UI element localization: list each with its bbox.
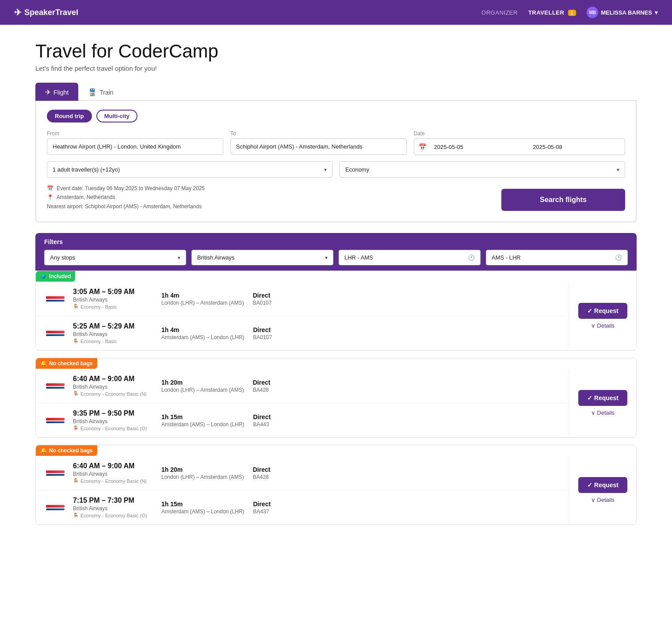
seat-icon: 🪑 xyxy=(73,338,79,344)
flight-row: 7:15 PM – 7:30 PM British Airways 🪑 Econ… xyxy=(36,490,569,524)
details-button[interactable]: ∨ Details xyxy=(591,497,615,503)
result-card-side: ✓ Request ∨ Details xyxy=(569,456,636,524)
clock-icon: 🕐 xyxy=(615,254,622,261)
inbound-time-filter[interactable]: AMS - LHR 🕐 xyxy=(486,250,628,265)
flight-times: 5:25 AM – 5:29 AM British Airways 🪑 Econ… xyxy=(73,322,153,344)
nav-organizer[interactable]: ORGANIZER xyxy=(481,9,518,16)
date-field-group: Date 📅 2025-05-05 2025-05-08 xyxy=(414,130,626,155)
from-input[interactable] xyxy=(47,138,223,155)
round-trip-button[interactable]: Round trip xyxy=(47,110,92,122)
date-label: Date xyxy=(414,130,626,137)
flight-number: BA0107 xyxy=(253,334,297,340)
cabin-select[interactable]: Economy ▾ xyxy=(340,161,625,178)
airline-logo xyxy=(45,413,66,428)
ba-logo xyxy=(46,418,65,423)
flight-time: 6:40 AM – 9:00 AM xyxy=(73,462,153,470)
travel-tabs: ✈ Flight 🚆 Train xyxy=(35,83,637,101)
details-button[interactable]: ∨ Details xyxy=(591,322,615,329)
flight-number: BA443 xyxy=(253,421,297,428)
nearest-airport: Nearest airport: Schiphol Airport (AMS) … xyxy=(47,202,205,211)
request-button[interactable]: ✓ Request xyxy=(578,390,627,406)
train-icon: 🚆 xyxy=(88,88,97,96)
event-info: 📅 Event date: Tuesday 06 May 2025 to Wed… xyxy=(47,184,205,211)
ba-logo xyxy=(46,331,65,336)
flight-number: BA428 xyxy=(253,474,297,480)
result-card-side: ✓ Request ∨ Details xyxy=(569,369,636,437)
navbar: ✈ SpeakerTravel ORGANIZER TRAVELLER 1 MB… xyxy=(0,0,672,25)
duration-value: 1h 15m xyxy=(161,413,244,420)
ba-logo xyxy=(46,505,65,510)
flight-airline: British Airways xyxy=(73,297,153,303)
results-list: 🧳 Included 3:05 AM – 5:09 AM British Air… xyxy=(35,271,637,525)
direct-label: Direct xyxy=(253,413,297,420)
chevron-down-icon: ▾ xyxy=(655,9,658,16)
nav-user[interactable]: MB MELISSA BARNES ▾ xyxy=(587,7,658,18)
chevron-down-icon: ▾ xyxy=(617,167,619,173)
multi-city-button[interactable]: Multi-city xyxy=(96,110,137,122)
bottom-row: 📅 Event date: Tuesday 06 May 2025 to Wed… xyxy=(47,184,625,211)
logo-text: SpeakerTravel xyxy=(24,8,78,17)
to-input[interactable] xyxy=(230,138,407,155)
stops-value: Any stops xyxy=(50,254,75,261)
logo[interactable]: ✈ SpeakerTravel xyxy=(14,7,78,18)
ba-stripe-red xyxy=(46,331,65,333)
request-button[interactable]: ✓ Request xyxy=(578,303,627,319)
direct-label: Direct xyxy=(253,501,297,508)
result-card-side: ✓ Request ∨ Details xyxy=(569,282,636,350)
ba-stripe-red xyxy=(46,296,65,299)
stops-filter[interactable]: Any stops ▾ xyxy=(44,250,186,265)
passengers-select[interactable]: 1 adult traveller(s) (+12yo) ▾ xyxy=(47,161,332,178)
from-label: From xyxy=(47,130,223,137)
ba-logo xyxy=(46,470,65,476)
flight-class: 🪑 Economy - Economy Basic (N) xyxy=(73,391,153,397)
seat-icon: 🪑 xyxy=(73,512,79,518)
flight-direct: Direct BA428 xyxy=(244,379,297,393)
airline-filter[interactable]: British Airways ▾ xyxy=(191,250,333,265)
flight-row: 9:35 PM – 9:50 PM British Airways 🪑 Econ… xyxy=(36,403,569,437)
flight-duration: 1h 4m London (LHR) – Amsterdam (AMS) xyxy=(153,292,244,306)
flight-row: 5:25 AM – 5:29 AM British Airways 🪑 Econ… xyxy=(36,316,569,350)
date-to: 2025-05-08 xyxy=(529,139,625,155)
flight-duration: 1h 20m London (LHR) – Amsterdam (AMS) xyxy=(153,466,244,480)
flight-number: BA428 xyxy=(253,387,297,393)
flight-direct: Direct BA443 xyxy=(244,413,297,428)
request-button[interactable]: ✓ Request xyxy=(578,477,627,493)
inbound-route: AMS - LHR xyxy=(492,254,521,261)
result-card: 🧳 Included 3:05 AM – 5:09 AM British Air… xyxy=(35,271,637,351)
tab-train[interactable]: 🚆 Train xyxy=(78,83,123,101)
flight-number: BA437 xyxy=(253,508,297,515)
duration-route: Amsterdam (AMS) – London (LHR) xyxy=(161,421,244,428)
airline-logo xyxy=(45,466,66,480)
airline-logo xyxy=(45,292,66,306)
ba-stripe-red xyxy=(46,470,65,473)
filters-bar: Filters Any stops ▾ British Airways ▾ LH… xyxy=(35,233,637,271)
nav-traveller[interactable]: TRAVELLER 1 xyxy=(528,9,576,16)
duration-value: 1h 20m xyxy=(161,379,244,386)
logo-icon: ✈ xyxy=(14,7,22,18)
result-card: 🔔 No checked bags 6:40 AM – 9:00 AM Brit… xyxy=(35,445,637,525)
date-range[interactable]: 📅 2025-05-05 2025-05-08 xyxy=(414,138,626,155)
search-flights-button[interactable]: Search flights xyxy=(501,189,625,211)
result-card-flights: 6:40 AM – 9:00 AM British Airways 🪑 Econ… xyxy=(36,456,569,524)
tab-flight[interactable]: ✈ Flight xyxy=(35,83,78,101)
to-label: To xyxy=(230,130,407,137)
flight-time: 6:40 AM – 9:00 AM xyxy=(73,375,153,383)
duration-route: London (LHR) – Amsterdam (AMS) xyxy=(161,300,244,306)
flight-row: 6:40 AM – 9:00 AM British Airways 🪑 Econ… xyxy=(36,369,569,403)
flight-times: 9:35 PM – 9:50 PM British Airways 🪑 Econ… xyxy=(73,409,153,431)
passengers-value: 1 adult traveller(s) (+12yo) xyxy=(53,166,120,173)
search-box: Round trip Multi-city From To Date 📅 202… xyxy=(35,101,637,222)
trip-type-row: Round trip Multi-city xyxy=(47,110,625,122)
outbound-time-filter[interactable]: LHR - AMS 🕐 xyxy=(339,250,481,265)
chevron-down-icon: ▾ xyxy=(325,255,328,261)
direct-label: Direct xyxy=(253,292,297,299)
badge-label: Included xyxy=(49,273,71,279)
flight-class: 🪑 Economy - Basic xyxy=(73,338,153,344)
flight-direct: Direct BA437 xyxy=(244,501,297,515)
flight-row: 3:05 AM – 5:09 AM British Airways 🪑 Econ… xyxy=(36,282,569,316)
flight-class: 🪑 Economy - Economy Basic (O) xyxy=(73,512,153,518)
duration-value: 1h 4m xyxy=(161,326,244,333)
badge-icon: 🧳 xyxy=(40,273,47,279)
details-button[interactable]: ∨ Details xyxy=(591,409,615,416)
flight-times: 6:40 AM – 9:00 AM British Airways 🪑 Econ… xyxy=(73,462,153,484)
